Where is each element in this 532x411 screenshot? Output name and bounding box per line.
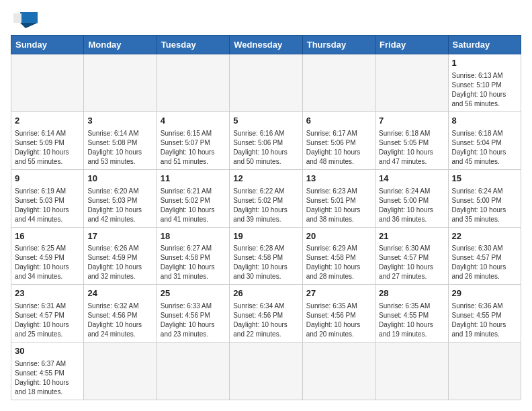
calendar-cell: 23Sunrise: 6:31 AM Sunset: 4:57 PM Dayli… [11,285,84,342]
page-header [11,11,521,30]
day-number: 4 [161,115,226,128]
day-info: Sunrise: 6:29 AM Sunset: 4:58 PM Dayligh… [306,244,371,281]
calendar-cell [84,54,157,112]
calendar-cell: 9Sunrise: 6:19 AM Sunset: 5:03 PM Daylig… [11,169,84,227]
day-number: 18 [161,230,226,243]
day-info: Sunrise: 6:21 AM Sunset: 5:02 PM Dayligh… [161,187,226,224]
day-number: 17 [87,230,152,243]
day-number: 30 [15,345,80,358]
day-number: 19 [233,230,298,243]
calendar-cell: 26Sunrise: 6:34 AM Sunset: 4:56 PM Dayli… [230,285,302,342]
calendar-cell: 21Sunrise: 6:30 AM Sunset: 4:57 PM Dayli… [375,227,448,285]
calendar-cell: 15Sunrise: 6:24 AM Sunset: 5:00 PM Dayli… [448,169,521,227]
day-number: 21 [379,230,444,243]
day-info: Sunrise: 6:24 AM Sunset: 5:00 PM Dayligh… [379,187,444,224]
calendar-cell: 19Sunrise: 6:28 AM Sunset: 4:58 PM Dayli… [230,227,302,285]
day-info: Sunrise: 6:15 AM Sunset: 5:07 PM Dayligh… [161,129,226,167]
calendar-cell [448,342,521,400]
week-row-1: 2Sunrise: 6:14 AM Sunset: 5:09 PM Daylig… [11,111,521,169]
calendar-cell: 18Sunrise: 6:27 AM Sunset: 4:58 PM Dayli… [157,227,229,285]
day-info: Sunrise: 6:24 AM Sunset: 5:00 PM Dayligh… [452,187,517,224]
calendar-cell [157,54,229,112]
day-info: Sunrise: 6:30 AM Sunset: 4:57 PM Dayligh… [452,244,517,281]
calendar-cell: 3Sunrise: 6:14 AM Sunset: 5:08 PM Daylig… [84,111,157,169]
logo [11,11,38,30]
calendar-cell: 6Sunrise: 6:17 AM Sunset: 5:06 PM Daylig… [302,111,375,169]
calendar-cell [157,342,229,400]
col-header-tuesday: Tuesday [157,36,229,54]
day-number: 5 [233,115,298,128]
day-info: Sunrise: 6:28 AM Sunset: 4:58 PM Dayligh… [233,244,298,281]
day-number: 11 [161,173,226,185]
col-header-saturday: Saturday [448,36,521,54]
col-header-monday: Monday [84,36,157,54]
day-number: 16 [15,230,80,243]
calendar-cell [375,342,448,400]
day-info: Sunrise: 6:31 AM Sunset: 4:57 PM Dayligh… [15,302,80,339]
day-number: 1 [452,57,517,70]
calendar-cell [230,54,302,112]
calendar-cell: 30Sunrise: 6:37 AM Sunset: 4:55 PM Dayli… [11,342,84,400]
calendar-cell: 11Sunrise: 6:21 AM Sunset: 5:02 PM Dayli… [157,169,229,227]
day-info: Sunrise: 6:19 AM Sunset: 5:03 PM Dayligh… [15,187,80,224]
day-number: 15 [452,173,517,185]
week-row-4: 23Sunrise: 6:31 AM Sunset: 4:57 PM Dayli… [11,285,521,342]
calendar-cell: 2Sunrise: 6:14 AM Sunset: 5:09 PM Daylig… [11,111,84,169]
calendar-cell: 14Sunrise: 6:24 AM Sunset: 5:00 PM Dayli… [375,169,448,227]
day-number: 8 [452,115,517,128]
day-number: 2 [15,115,80,128]
day-info: Sunrise: 6:22 AM Sunset: 5:02 PM Dayligh… [233,187,298,224]
day-info: Sunrise: 6:18 AM Sunset: 5:05 PM Dayligh… [379,129,444,167]
day-info: Sunrise: 6:16 AM Sunset: 5:06 PM Dayligh… [233,129,298,167]
day-info: Sunrise: 6:27 AM Sunset: 4:58 PM Dayligh… [161,244,226,281]
day-number: 22 [452,230,517,243]
col-header-friday: Friday [375,36,448,54]
calendar-cell [230,342,302,400]
day-number: 23 [15,287,80,300]
day-number: 12 [233,173,298,185]
calendar-cell [375,54,448,112]
calendar-cell [302,342,375,400]
calendar-cell: 8Sunrise: 6:18 AM Sunset: 5:04 PM Daylig… [448,111,521,169]
day-number: 10 [87,173,152,185]
day-info: Sunrise: 6:18 AM Sunset: 5:04 PM Dayligh… [452,129,517,167]
col-header-thursday: Thursday [302,36,375,54]
day-info: Sunrise: 6:17 AM Sunset: 5:06 PM Dayligh… [306,129,371,167]
svg-marker-1 [20,23,38,28]
calendar-cell: 13Sunrise: 6:23 AM Sunset: 5:01 PM Dayli… [302,169,375,227]
day-number: 29 [452,287,517,300]
day-info: Sunrise: 6:30 AM Sunset: 4:57 PM Dayligh… [379,244,444,281]
day-number: 13 [306,173,371,185]
day-info: Sunrise: 6:26 AM Sunset: 4:59 PM Dayligh… [87,244,152,281]
day-info: Sunrise: 6:32 AM Sunset: 4:56 PM Dayligh… [87,302,152,339]
day-info: Sunrise: 6:25 AM Sunset: 4:59 PM Dayligh… [15,244,80,281]
day-info: Sunrise: 6:13 AM Sunset: 5:10 PM Dayligh… [452,71,517,109]
calendar-cell: 24Sunrise: 6:32 AM Sunset: 4:56 PM Dayli… [84,285,157,342]
day-info: Sunrise: 6:33 AM Sunset: 4:56 PM Dayligh… [161,302,226,339]
calendar-cell: 20Sunrise: 6:29 AM Sunset: 4:58 PM Dayli… [302,227,375,285]
day-number: 24 [87,287,152,300]
week-row-3: 16Sunrise: 6:25 AM Sunset: 4:59 PM Dayli… [11,227,521,285]
day-info: Sunrise: 6:35 AM Sunset: 4:56 PM Dayligh… [306,302,371,339]
svg-rect-2 [13,13,21,23]
calendar-cell [11,54,84,112]
day-info: Sunrise: 6:34 AM Sunset: 4:56 PM Dayligh… [233,302,298,339]
svg-marker-0 [20,12,38,23]
day-info: Sunrise: 6:35 AM Sunset: 4:55 PM Dayligh… [379,302,444,339]
day-number: 20 [306,230,371,243]
day-info: Sunrise: 6:14 AM Sunset: 5:08 PM Dayligh… [87,129,152,167]
week-row-2: 9Sunrise: 6:19 AM Sunset: 5:03 PM Daylig… [11,169,521,227]
col-header-sunday: Sunday [11,36,84,54]
day-info: Sunrise: 6:37 AM Sunset: 4:55 PM Dayligh… [15,359,80,397]
calendar-header-row: SundayMondayTuesdayWednesdayThursdayFrid… [11,36,521,54]
day-number: 28 [379,287,444,300]
day-number: 25 [161,287,226,300]
calendar-cell: 25Sunrise: 6:33 AM Sunset: 4:56 PM Dayli… [157,285,229,342]
day-number: 14 [379,173,444,185]
calendar-cell: 22Sunrise: 6:30 AM Sunset: 4:57 PM Dayli… [448,227,521,285]
day-info: Sunrise: 6:14 AM Sunset: 5:09 PM Dayligh… [15,129,80,167]
calendar-cell: 7Sunrise: 6:18 AM Sunset: 5:05 PM Daylig… [375,111,448,169]
calendar-cell: 27Sunrise: 6:35 AM Sunset: 4:56 PM Dayli… [302,285,375,342]
calendar-cell: 5Sunrise: 6:16 AM Sunset: 5:06 PM Daylig… [230,111,302,169]
day-number: 7 [379,115,444,128]
